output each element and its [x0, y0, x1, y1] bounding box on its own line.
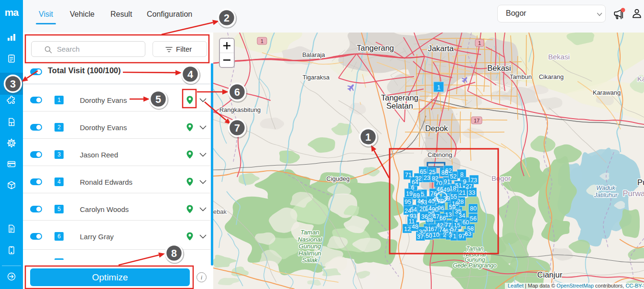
svg-text:2: 2: [224, 12, 229, 24]
svg-text:6: 6: [234, 87, 240, 98]
svg-text:3: 3: [10, 78, 16, 90]
svg-text:8: 8: [171, 248, 177, 259]
svg-text:5: 5: [155, 94, 161, 105]
svg-text:7: 7: [234, 122, 240, 134]
svg-text:4: 4: [187, 69, 193, 80]
svg-text:1: 1: [365, 132, 371, 143]
